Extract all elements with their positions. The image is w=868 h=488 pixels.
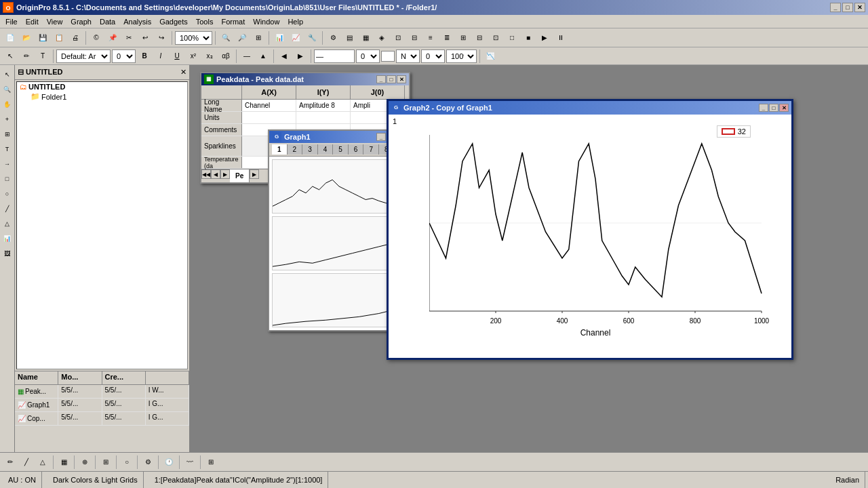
menu-data[interactable]: Data (96, 16, 119, 27)
ss-cell-longname-a[interactable]: Channel (242, 100, 296, 111)
font-size-combo[interactable]: 0 8 10 12 (112, 49, 136, 63)
graph1-tab-7[interactable]: 7 (363, 144, 379, 155)
tree-folder1[interactable]: 📁 Folder1 (17, 92, 187, 102)
graph2-minimize[interactable]: _ (759, 104, 768, 112)
pointer-btn[interactable]: ↖ (3, 49, 18, 64)
btn13[interactable]: ≣ (439, 30, 454, 45)
menu-window[interactable]: Window (249, 16, 283, 27)
draw-poly-btm[interactable]: △ (35, 455, 50, 470)
graph2-close[interactable]: ✕ (779, 104, 789, 112)
menu-gadgets[interactable]: Gadgets (155, 16, 192, 27)
opacity-combo[interactable]: N (396, 49, 420, 63)
menu-graph[interactable]: Graph (66, 16, 96, 27)
print-btn[interactable]: 🖨 (68, 30, 83, 45)
data-anal-btn[interactable]: ⊞ (98, 455, 113, 470)
btn11[interactable]: ⊟ (407, 30, 422, 45)
paste-btn[interactable]: 📌 (105, 30, 120, 45)
file-row-1[interactable]: 📈 Graph1 5/5/... 5/5/... I G... (15, 399, 189, 412)
text-btn[interactable]: T (35, 49, 50, 64)
ss-cell-units-i[interactable] (296, 112, 351, 123)
btn9[interactable]: ◈ (374, 30, 389, 45)
graph1-tab-5[interactable]: 5 (333, 144, 349, 155)
btn6[interactable]: ⚙ (326, 30, 340, 45)
data-tool[interactable]: ⊞ (1, 127, 14, 141)
peakdata-minimize[interactable]: _ (376, 75, 386, 83)
save-all-btn[interactable]: 📋 (52, 30, 66, 45)
scatter-btn[interactable]: ⊕ (77, 455, 92, 470)
style-combo[interactable]: 0 (421, 49, 445, 63)
tools2-btn[interactable]: 🔧 (304, 30, 319, 45)
peakdata-close[interactable]: ✕ (397, 75, 406, 83)
menu-view[interactable]: View (43, 16, 67, 27)
graph-btn[interactable]: 📊 (272, 30, 287, 45)
color-line-btn[interactable]: — (239, 49, 254, 64)
menu-tools[interactable]: Tools (192, 16, 218, 27)
graph1-tab-4[interactable]: 4 (318, 144, 334, 155)
bar-chart-btn[interactable]: ▦ (56, 455, 71, 470)
save-btn[interactable]: 💾 (35, 30, 50, 45)
line-width-combo[interactable]: 0 (356, 49, 380, 63)
font-name-combo[interactable]: Default: Ar (56, 49, 111, 63)
draw-rect-tool[interactable]: □ (1, 172, 14, 186)
ss-col-a[interactable]: A(X) (242, 85, 296, 99)
nav-first[interactable]: ◀◀ (201, 169, 211, 179)
ss-cell-units-a[interactable] (242, 112, 296, 123)
analysis-btn[interactable]: 📈 (288, 30, 303, 45)
btn16[interactable]: ⊡ (488, 30, 503, 45)
add-tool[interactable]: + (1, 113, 14, 126)
peakdata-titlebar[interactable]: ▦ Peakdata - Peak data.dat _ □ ✕ (201, 73, 409, 85)
bookmark-btn[interactable]: ⊞ (203, 455, 218, 470)
menu-analysis[interactable]: Analysis (119, 16, 155, 27)
btn20[interactable]: ⏸ (553, 30, 568, 45)
btn19[interactable]: ▶ (537, 30, 552, 45)
sidebar-close-btn[interactable]: ✕ (180, 68, 186, 77)
align-left-btn[interactable]: ◀ (277, 49, 292, 64)
menu-file[interactable]: File (1, 16, 22, 27)
superscript-btn[interactable]: x² (186, 49, 201, 64)
menu-help[interactable]: Help (283, 16, 307, 27)
draw-ellipse-tool[interactable]: ○ (1, 187, 14, 201)
tree-untitled[interactable]: 🗂 UNTITLED (17, 82, 187, 92)
menu-edit[interactable]: Edit (22, 16, 43, 27)
italic-btn[interactable]: I (153, 49, 168, 64)
graph1-tab-1[interactable]: 1 (272, 144, 288, 155)
color-swatch[interactable] (381, 51, 395, 62)
clock-btn[interactable]: 🕐 (161, 455, 176, 470)
fit-btn[interactable]: ⊞ (251, 30, 266, 45)
text-tool[interactable]: T (1, 142, 14, 156)
align-center-btn[interactable]: ▶ (293, 49, 308, 64)
graph1-tab-6[interactable]: 6 (349, 144, 364, 155)
undo-btn[interactable]: ↩ (138, 30, 153, 45)
nav-next[interactable]: ▶ (220, 169, 230, 179)
draw-line-tool[interactable]: ╱ (1, 202, 14, 216)
zoom-out-btn[interactable]: 🔎 (235, 30, 250, 45)
select-tool[interactable]: ↖ (1, 68, 14, 81)
ss-col-j[interactable]: J(0) (351, 85, 405, 99)
zoom-in-btn[interactable]: 🔍 (218, 30, 233, 45)
settings2-btn[interactable]: ⚙ (140, 455, 155, 470)
draw-poly-tool[interactable]: △ (1, 217, 14, 230)
circle-btn[interactable]: ○ (119, 455, 134, 470)
menu-format[interactable]: Format (217, 16, 249, 27)
minimize-btn[interactable]: _ (830, 3, 841, 12)
graph2-restore[interactable]: □ (769, 104, 778, 112)
draw-cursor[interactable]: ✏ (3, 455, 18, 470)
sparkline-btn[interactable]: 📉 (483, 49, 498, 64)
bold-btn[interactable]: B (137, 49, 152, 64)
draw-line-btm[interactable]: ╱ (19, 455, 34, 470)
btn12[interactable]: ≡ (423, 30, 438, 45)
image-tool[interactable]: 🖼 (1, 247, 14, 260)
wave-btn[interactable]: 〰 (182, 455, 197, 470)
graph1-minimize[interactable]: _ (376, 133, 386, 141)
copy-btn[interactable]: © (89, 30, 104, 45)
arrow-tool[interactable]: → (1, 157, 14, 171)
underline-btn[interactable]: U (170, 49, 184, 64)
zoom-combo[interactable]: 100% 75% 150% (175, 31, 212, 45)
btn10[interactable]: ⊡ (391, 30, 406, 45)
cut-btn[interactable]: ✂ (121, 30, 136, 45)
subscript-btn[interactable]: x₂ (202, 49, 217, 64)
nav-last[interactable]: ▶ (250, 169, 259, 179)
open-btn[interactable]: 📂 (19, 30, 34, 45)
percent-combo[interactable]: 100% (446, 49, 477, 63)
graph2-titlebar[interactable]: G Graph2 - Copy of Graph1 _ □ ✕ (389, 101, 791, 115)
